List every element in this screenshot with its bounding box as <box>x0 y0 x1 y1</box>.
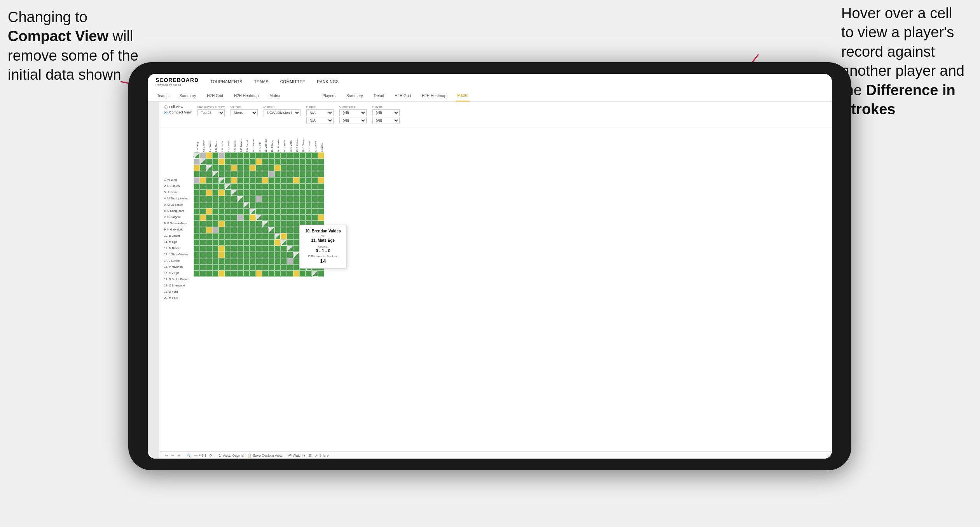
grid-cell[interactable] <box>299 215 306 221</box>
nav-teams[interactable]: TEAMS <box>254 80 269 84</box>
grid-cell[interactable] <box>262 196 268 202</box>
table-row[interactable] <box>194 183 829 190</box>
grid-cell[interactable] <box>306 165 312 171</box>
table-row[interactable] <box>194 159 829 165</box>
radio-full-circle[interactable] <box>164 105 168 109</box>
grid-cell[interactable] <box>206 152 212 159</box>
grid-cell[interactable] <box>200 196 206 202</box>
grid-cell[interactable] <box>299 183 306 190</box>
grid-cell[interactable] <box>256 233 262 239</box>
grid-cell[interactable] <box>318 215 324 221</box>
grid-cell[interactable] <box>237 183 243 190</box>
grid-cell[interactable] <box>237 252 243 258</box>
grid-cell[interactable] <box>200 183 206 190</box>
grid-cell[interactable] <box>218 171 225 177</box>
grid-cell[interactable] <box>206 208 212 215</box>
grid-cell[interactable] <box>194 159 200 165</box>
grid-cell[interactable] <box>281 202 287 208</box>
grid-cell[interactable] <box>256 227 262 233</box>
grid-cell[interactable] <box>237 221 243 227</box>
grid-cell[interactable] <box>194 196 200 202</box>
grid-cell[interactable] <box>274 159 281 165</box>
grid-cell[interactable] <box>243 252 250 258</box>
grid-cell[interactable] <box>256 264 262 270</box>
grid-cell[interactable] <box>225 183 231 190</box>
grid-cell[interactable] <box>293 152 299 159</box>
grid-cell[interactable] <box>231 221 237 227</box>
tab-h2h-grid-sub[interactable]: H2H Grid <box>393 91 412 101</box>
grid-cell[interactable] <box>194 165 200 171</box>
grid-cell[interactable] <box>287 233 293 239</box>
grid-cell[interactable] <box>306 159 312 165</box>
grid-cell[interactable] <box>287 183 293 190</box>
grid-cell[interactable] <box>212 264 218 270</box>
grid-cell[interactable] <box>237 165 243 171</box>
grid-cell[interactable] <box>293 183 299 190</box>
grid-cell[interactable] <box>194 183 200 190</box>
watch-button[interactable]: 👁 Watch ▾ <box>288 454 306 457</box>
grid-cell[interactable] <box>200 270 206 277</box>
grid-cell[interactable] <box>299 202 306 208</box>
grid-cell[interactable] <box>194 208 200 215</box>
grid-cell[interactable] <box>281 270 287 277</box>
grid-cell[interactable] <box>299 171 306 177</box>
grid-cell[interactable] <box>274 202 281 208</box>
grid-cell[interactable] <box>218 227 225 233</box>
grid-cell[interactable] <box>225 233 231 239</box>
grid-cell[interactable] <box>206 196 212 202</box>
grid-cell[interactable] <box>262 165 268 171</box>
grid-cell[interactable] <box>287 171 293 177</box>
grid-cell[interactable] <box>218 152 225 159</box>
grid-cell[interactable] <box>299 270 306 277</box>
table-row[interactable] <box>194 208 829 215</box>
grid-cell[interactable] <box>287 270 293 277</box>
grid-cell[interactable] <box>318 202 324 208</box>
grid-cell[interactable] <box>225 190 231 196</box>
grid-cell[interactable] <box>218 258 225 264</box>
grid-cell[interactable] <box>212 190 218 196</box>
grid-cell[interactable] <box>225 202 231 208</box>
grid-cell[interactable] <box>281 183 287 190</box>
grid-cell[interactable] <box>212 208 218 215</box>
grid-cell[interactable] <box>274 177 281 183</box>
grid-cell[interactable] <box>218 208 225 215</box>
grid-cell[interactable] <box>243 196 250 202</box>
grid-cell[interactable] <box>206 239 212 246</box>
redo-button-1[interactable]: ↪ <box>171 454 175 457</box>
grid-cell[interactable] <box>194 227 200 233</box>
table-row[interactable] <box>194 221 829 227</box>
toolbar-actions[interactable]: 👁 Watch ▾ ⊞ ↗ Share <box>288 454 328 457</box>
grid-cell[interactable] <box>218 165 225 171</box>
grid-cell[interactable] <box>287 252 293 258</box>
grid-cell[interactable] <box>268 177 274 183</box>
grid-cell[interactable] <box>262 264 268 270</box>
grid-cell[interactable] <box>212 183 218 190</box>
grid-cell[interactable] <box>256 221 262 227</box>
grid-cell[interactable] <box>268 252 274 258</box>
grid-cell[interactable] <box>293 258 299 264</box>
grid-cell[interactable] <box>287 221 293 227</box>
grid-cell[interactable] <box>225 177 231 183</box>
grid-cell[interactable] <box>250 233 256 239</box>
grid-cell[interactable] <box>318 171 324 177</box>
grid-cell[interactable] <box>206 258 212 264</box>
grid-cell[interactable] <box>306 202 312 208</box>
grid-cell[interactable] <box>225 165 231 171</box>
grid-cell[interactable] <box>256 159 262 165</box>
grid-cell[interactable] <box>256 190 262 196</box>
grid-cell[interactable] <box>231 196 237 202</box>
table-row[interactable] <box>194 171 829 177</box>
grid-cell[interactable] <box>225 196 231 202</box>
grid-cell[interactable] <box>312 159 318 165</box>
grid-cell[interactable] <box>200 208 206 215</box>
grid-cell[interactable] <box>274 252 281 258</box>
grid-cell[interactable] <box>287 258 293 264</box>
grid-cell[interactable] <box>250 190 256 196</box>
grid-cell[interactable] <box>212 196 218 202</box>
grid-cell[interactable] <box>287 215 293 221</box>
grid-cell[interactable] <box>281 227 287 233</box>
tab-h2h-heatmap-top[interactable]: H2H Heatmap <box>232 91 260 101</box>
grid-cell[interactable] <box>250 258 256 264</box>
grid-cell[interactable] <box>262 159 268 165</box>
grid-cell[interactable] <box>206 233 212 239</box>
